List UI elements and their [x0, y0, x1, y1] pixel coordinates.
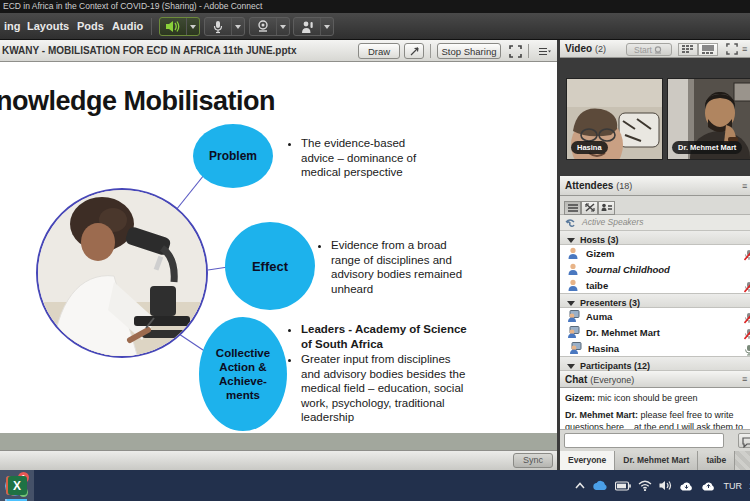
attendee-row-journal-childhood[interactable]: Journal Childhood [560, 261, 750, 277]
pod-menu-button[interactable] [534, 43, 554, 59]
share-pod-toolbar: KWANY - MOBILISATION FOR ECD IN AFRICA 1… [0, 40, 557, 62]
system-tray: TUR 1 [575, 470, 750, 501]
attendee-breakout-view-button[interactable] [581, 201, 598, 215]
attendee-name: Gizem [586, 248, 615, 259]
bubble-effect: Effect [225, 222, 315, 310]
start-webcam-label: Start [634, 41, 652, 59]
presenter-avatar-icon [567, 310, 580, 322]
slide-title: nowledge Mobilisation [0, 86, 275, 117]
chat-scope: (Everyone) [587, 375, 634, 385]
webcam-dropdown[interactable] [276, 18, 289, 35]
tray-chevron-icon[interactable] [575, 482, 585, 489]
mic-dropdown[interactable] [231, 18, 244, 35]
collapse-arrow-icon [567, 301, 575, 306]
onedrive-icon[interactable] [592, 480, 608, 491]
bubble-problem: Problem [193, 124, 273, 188]
attendee-name: Journal Childhood [586, 264, 670, 275]
effect-bullets: Evidence from a broad range of disciplin… [318, 238, 470, 297]
attendees-count: (18) [613, 181, 632, 191]
group-hosts[interactable]: Hosts (3) [560, 230, 750, 245]
stop-sharing-button[interactable]: Stop Sharing [437, 43, 501, 59]
speaker-button[interactable] [159, 17, 200, 36]
bubble-problem-label: Problem [209, 149, 257, 163]
volume-icon[interactable] [659, 480, 672, 491]
shared-document-title: KWANY - MOBILISATION FOR ECD IN AFRICA 1… [2, 40, 296, 62]
attendee-row-gizem[interactable]: Gizem [560, 245, 750, 261]
draw-button[interactable]: Draw [358, 43, 400, 59]
video-pod-menu-icon[interactable]: ≡ [742, 45, 750, 54]
pointer-tool-button[interactable] [404, 43, 424, 59]
attendee-row-hasina[interactable]: Hasina [560, 340, 750, 356]
group-hosts-label: Hosts (3) [580, 235, 619, 245]
fullscreen-icon [509, 45, 522, 58]
speaker-dropdown[interactable] [186, 18, 199, 35]
chat-pod-title: Chat [560, 374, 587, 385]
chat-input-row [560, 429, 750, 451]
cloud-app-icon-2[interactable] [701, 481, 716, 491]
raise-hand-dropdown[interactable] [320, 18, 333, 35]
menu-pods[interactable]: Pods [77, 13, 104, 40]
attendee-list-view-button[interactable] [564, 201, 581, 215]
mic-icon [205, 18, 231, 35]
chat-pod-menu-icon[interactable]: ≡ [742, 375, 750, 384]
chat-input[interactable] [564, 433, 724, 448]
webcam-button[interactable] [249, 17, 290, 36]
chat-tabs: Everyone Dr. Mehmet Mart taibe [560, 451, 750, 470]
presenter-avatar-icon [569, 342, 582, 354]
attendees-toolbar [560, 196, 750, 215]
bullet-effect: Evidence from a broad range of disciplin… [331, 238, 470, 296]
attendee-name: taibe [586, 280, 608, 291]
pointer-icon [409, 46, 420, 57]
collapse-arrow-icon [567, 364, 575, 369]
chat-pod-header: Chat(Everyone) ≡ [560, 371, 750, 388]
attendees-pod-header: Attendees(18) ≡ [560, 176, 750, 196]
chat-bubble-icon [742, 437, 750, 448]
attendees-pod-title: Attendees [560, 180, 613, 191]
mic-button[interactable] [204, 17, 245, 36]
chat-text: mic icon should be green [598, 393, 698, 403]
collapse-arrow-icon [567, 238, 575, 243]
menu-layouts[interactable]: Layouts [27, 13, 69, 40]
cloud-app-icon[interactable] [679, 481, 694, 491]
raise-hand-button[interactable] [293, 17, 334, 36]
chat-tab-everyone[interactable]: Everyone [560, 451, 615, 470]
chat-author: Dr. Mehmet Mart: [565, 410, 638, 420]
attendee-status-view-button[interactable] [598, 201, 615, 215]
video-pod-header: Video(2) Start ≡ [560, 40, 750, 58]
send-chat-button[interactable] [738, 433, 750, 448]
video-view-toggle [678, 43, 718, 56]
attendee-row-taibe[interactable]: taibe [560, 277, 750, 293]
group-participants-label: Participants (12) [580, 361, 650, 371]
language-indicator[interactable]: TUR [723, 481, 742, 491]
grid-view-button[interactable] [678, 43, 698, 56]
fullscreen-button[interactable] [505, 43, 525, 59]
group-presenters[interactable]: Presenters (3) [560, 293, 750, 308]
window-title: ECD in Africa in the Context of COVID-19… [3, 1, 262, 11]
menu-audio[interactable]: Audio [112, 13, 143, 40]
chat-tab-mehmet[interactable]: Dr. Mehmet Mart [615, 451, 698, 470]
attendee-row-mehmet[interactable]: Dr. Mehmet Mart [560, 324, 750, 340]
presenter-avatar-icon [567, 326, 580, 338]
excel-app-button[interactable]: X [0, 470, 34, 501]
filmstrip-view-button[interactable] [698, 43, 718, 56]
video-thumb-hasina[interactable]: Hasina [566, 78, 663, 160]
start-webcam-button[interactable]: Start [626, 43, 672, 56]
chat-messages: Gizem: mic icon should be green Dr. Mehm… [560, 388, 750, 429]
attendees-pod-menu-icon[interactable]: ≡ [742, 182, 750, 191]
bubble-collective: Collective Action & Achieve- ments [199, 317, 287, 431]
bubble-effect-label: Effect [252, 259, 288, 274]
menu-meeting[interactable]: ing [4, 13, 21, 40]
sync-button[interactable]: Sync [513, 453, 553, 468]
chat-tab-taibe[interactable]: taibe [698, 451, 735, 470]
battery-icon[interactable] [615, 481, 631, 491]
attendee-name: Dr. Mehmet Mart [586, 327, 660, 338]
slide: nowledge Mobilisation [0, 62, 557, 433]
start-webcam-icon [654, 46, 664, 54]
active-speakers-label: Active Speakers [582, 217, 643, 227]
video-thumb-mehmet[interactable]: Dr. Mehmet Mart [667, 78, 750, 160]
attendee-row-auma[interactable]: Auma [560, 308, 750, 324]
group-participants[interactable]: Participants (12) [560, 356, 750, 371]
pod-menu-icon [538, 47, 551, 56]
taskbar: S O 1 P X [0, 470, 750, 501]
wifi-icon[interactable] [638, 480, 652, 491]
